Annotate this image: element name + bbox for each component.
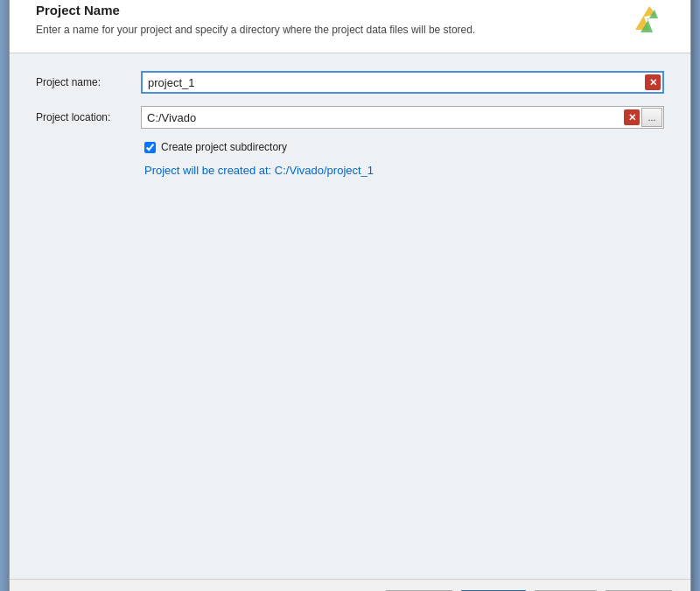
project-name-clear-button[interactable]: ✕ — [645, 74, 661, 90]
project-location-row: Project location: ✕ ... — [36, 106, 664, 129]
form-area: Project name: ✕ Project location: ✕ ... … — [10, 53, 690, 404]
project-name-input-wrapper: ✕ — [141, 71, 664, 94]
browse-button[interactable]: ... — [641, 108, 662, 127]
project-name-label: Project name: — [36, 76, 141, 88]
vivado-logo — [625, 0, 664, 39]
project-location-input-wrapper: ✕ ... — [141, 106, 664, 129]
subdirectory-row: Create project subdirectory — [144, 141, 664, 153]
project-location-input[interactable] — [141, 106, 664, 129]
header-text: Project Name Enter a name for your proje… — [36, 3, 475, 38]
page-title: Project Name — [36, 3, 475, 18]
create-subdirectory-checkbox[interactable] — [144, 142, 156, 153]
project-name-input[interactable] — [141, 71, 664, 94]
project-name-row: Project name: ✕ — [36, 71, 664, 94]
project-location-label: Project location: — [36, 111, 141, 123]
page-description: Enter a name for your project and specif… — [36, 23, 475, 38]
project-path-display: Project will be created at: C:/Vivado/pr… — [144, 164, 664, 177]
dialog-window: New Project ✕ Project Name Enter a name … — [9, 0, 691, 591]
dialog-footer: ? < Back Next > Finish Cancel — [10, 579, 690, 591]
empty-area — [10, 404, 690, 579]
project-path-value: C:/Vivado/project_1 — [275, 164, 374, 177]
project-location-clear-button[interactable]: ✕ — [624, 109, 640, 125]
create-subdirectory-label[interactable]: Create project subdirectory — [161, 141, 287, 153]
project-path-prefix: Project will be created at: — [144, 164, 275, 177]
